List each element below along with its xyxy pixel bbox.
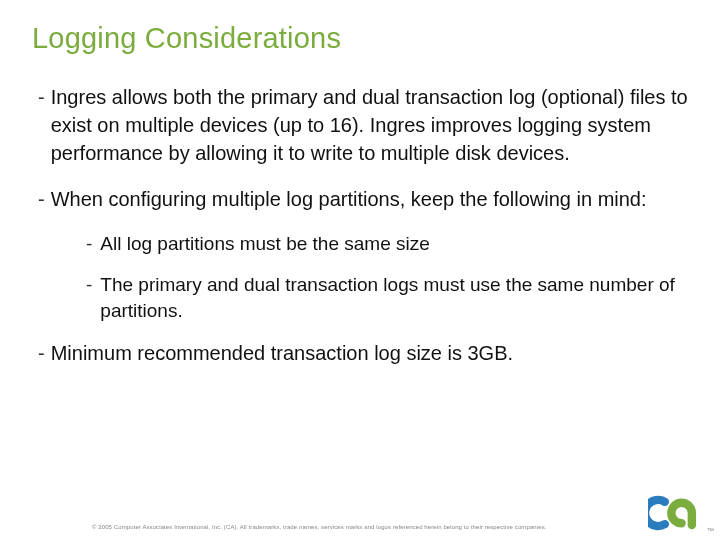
page-title: Logging Considerations <box>32 22 688 55</box>
trademark-symbol: ™ <box>707 527 714 534</box>
ca-logo-icon <box>648 494 704 532</box>
bullet-dash: - <box>86 272 92 325</box>
bullet-text: All log partitions must be the same size <box>100 231 430 258</box>
copyright-footer: © 2005 Computer Associates International… <box>92 524 547 530</box>
bullet-dash: - <box>38 339 45 367</box>
list-item: - The primary and dual transaction logs … <box>32 272 688 325</box>
list-item: - When configuring multiple log partitio… <box>32 185 688 213</box>
list-item: - All log partitions must be the same si… <box>32 231 688 258</box>
bullet-text: The primary and dual transaction logs mu… <box>100 272 688 325</box>
list-item: - Minimum recommended transaction log si… <box>32 339 688 367</box>
bullet-dash: - <box>38 185 45 213</box>
bullet-dash: - <box>86 231 92 258</box>
slide: Logging Considerations - Ingres allows b… <box>0 0 720 540</box>
bullet-dash: - <box>38 83 45 167</box>
list-item: - Ingres allows both the primary and dua… <box>32 83 688 167</box>
bullet-text: Minimum recommended transaction log size… <box>51 339 513 367</box>
bullet-text: When configuring multiple log partitions… <box>51 185 647 213</box>
bullet-text: Ingres allows both the primary and dual … <box>51 83 688 167</box>
